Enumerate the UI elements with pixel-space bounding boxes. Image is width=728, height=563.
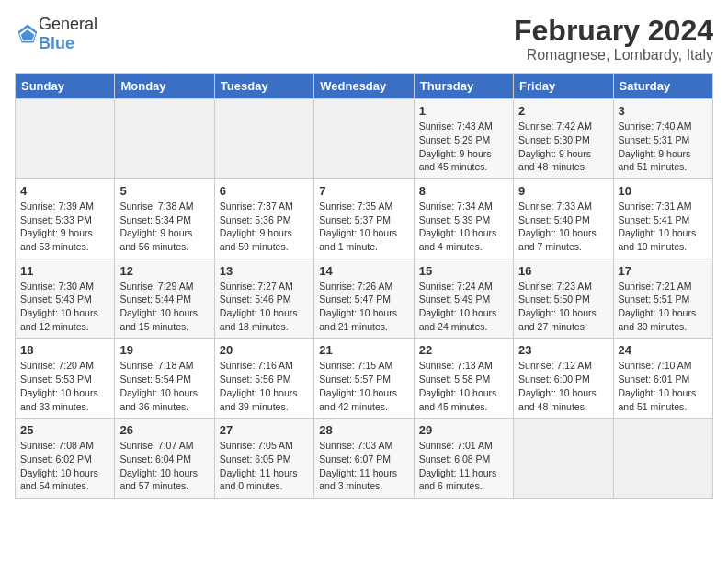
calendar-cell: 9Sunrise: 7:33 AM Sunset: 5:40 PM Daylig… xyxy=(514,178,613,259)
day-number: 23 xyxy=(518,343,608,357)
day-number: 20 xyxy=(220,343,309,357)
page-header: General Blue February 2024 Romagnese, Lo… xyxy=(15,15,713,63)
day-number: 24 xyxy=(619,343,708,357)
day-number: 3 xyxy=(619,104,708,118)
day-info: Sunrise: 7:03 AM Sunset: 6:07 PM Dayligh… xyxy=(319,439,408,493)
day-info: Sunrise: 7:07 AM Sunset: 6:04 PM Dayligh… xyxy=(119,439,209,493)
day-number: 13 xyxy=(220,264,309,278)
day-info: Sunrise: 7:30 AM Sunset: 5:43 PM Dayligh… xyxy=(20,280,109,334)
logo: General Blue xyxy=(15,15,97,53)
day-header-monday: Monday xyxy=(115,74,214,99)
day-info: Sunrise: 7:39 AM Sunset: 5:33 PM Dayligh… xyxy=(20,200,109,254)
day-info: Sunrise: 7:01 AM Sunset: 6:08 PM Dayligh… xyxy=(419,439,508,493)
calendar-cell: 29Sunrise: 7:01 AM Sunset: 6:08 PM Dayli… xyxy=(414,419,513,499)
day-info: Sunrise: 7:21 AM Sunset: 5:51 PM Dayligh… xyxy=(619,280,708,334)
day-number: 27 xyxy=(220,423,309,437)
day-number: 25 xyxy=(20,423,109,437)
day-number: 18 xyxy=(20,343,109,357)
calendar-cell: 13Sunrise: 7:27 AM Sunset: 5:46 PM Dayli… xyxy=(214,259,313,339)
calendar-cell: 11Sunrise: 7:30 AM Sunset: 5:43 PM Dayli… xyxy=(16,259,115,339)
day-number: 21 xyxy=(319,343,408,357)
calendar-title: February 2024 xyxy=(514,15,713,47)
day-info: Sunrise: 7:37 AM Sunset: 5:36 PM Dayligh… xyxy=(220,200,309,254)
day-number: 2 xyxy=(518,104,608,118)
calendar-cell: 7Sunrise: 7:35 AM Sunset: 5:37 PM Daylig… xyxy=(314,178,414,259)
day-info: Sunrise: 7:33 AM Sunset: 5:40 PM Dayligh… xyxy=(518,200,608,254)
day-info: Sunrise: 7:13 AM Sunset: 5:58 PM Dayligh… xyxy=(419,359,508,413)
day-header-tuesday: Tuesday xyxy=(214,74,313,99)
calendar-table: SundayMondayTuesdayWednesdayThursdayFrid… xyxy=(15,73,713,499)
calendar-cell: 10Sunrise: 7:31 AM Sunset: 5:41 PM Dayli… xyxy=(613,178,712,259)
day-info: Sunrise: 7:18 AM Sunset: 5:54 PM Dayligh… xyxy=(119,359,209,413)
calendar-cell: 28Sunrise: 7:03 AM Sunset: 6:07 PM Dayli… xyxy=(314,419,414,499)
calendar-cell: 22Sunrise: 7:13 AM Sunset: 5:58 PM Dayli… xyxy=(414,339,513,419)
day-info: Sunrise: 7:35 AM Sunset: 5:37 PM Dayligh… xyxy=(319,200,408,254)
day-info: Sunrise: 7:08 AM Sunset: 6:02 PM Dayligh… xyxy=(20,439,109,493)
day-number: 14 xyxy=(319,264,408,278)
day-header-friday: Friday xyxy=(514,74,613,99)
day-info: Sunrise: 7:38 AM Sunset: 5:34 PM Dayligh… xyxy=(119,200,209,254)
day-number: 12 xyxy=(119,264,209,278)
day-info: Sunrise: 7:34 AM Sunset: 5:39 PM Dayligh… xyxy=(419,200,508,254)
calendar-cell: 6Sunrise: 7:37 AM Sunset: 5:36 PM Daylig… xyxy=(214,178,313,259)
calendar-cell: 2Sunrise: 7:42 AM Sunset: 5:30 PM Daylig… xyxy=(514,99,613,179)
day-info: Sunrise: 7:10 AM Sunset: 6:01 PM Dayligh… xyxy=(619,359,708,413)
day-info: Sunrise: 7:40 AM Sunset: 5:31 PM Dayligh… xyxy=(619,120,708,174)
calendar-cell: 27Sunrise: 7:05 AM Sunset: 6:05 PM Dayli… xyxy=(214,419,313,499)
day-info: Sunrise: 7:31 AM Sunset: 5:41 PM Dayligh… xyxy=(619,200,708,254)
calendar-cell: 21Sunrise: 7:15 AM Sunset: 5:57 PM Dayli… xyxy=(314,339,414,419)
day-info: Sunrise: 7:20 AM Sunset: 5:53 PM Dayligh… xyxy=(20,359,109,413)
calendar-week-row: 1Sunrise: 7:43 AM Sunset: 5:29 PM Daylig… xyxy=(16,99,713,179)
day-number: 19 xyxy=(119,343,209,357)
calendar-cell: 19Sunrise: 7:18 AM Sunset: 5:54 PM Dayli… xyxy=(115,339,214,419)
day-info: Sunrise: 7:43 AM Sunset: 5:29 PM Dayligh… xyxy=(419,120,508,174)
calendar-cell xyxy=(314,99,414,179)
day-header-saturday: Saturday xyxy=(613,74,712,99)
calendar-cell: 15Sunrise: 7:24 AM Sunset: 5:49 PM Dayli… xyxy=(414,259,513,339)
calendar-cell xyxy=(613,419,712,499)
calendar-header-row: SundayMondayTuesdayWednesdayThursdayFrid… xyxy=(16,74,713,99)
calendar-cell: 1Sunrise: 7:43 AM Sunset: 5:29 PM Daylig… xyxy=(414,99,513,179)
day-number: 6 xyxy=(220,184,309,198)
day-info: Sunrise: 7:42 AM Sunset: 5:30 PM Dayligh… xyxy=(518,120,608,174)
calendar-week-row: 11Sunrise: 7:30 AM Sunset: 5:43 PM Dayli… xyxy=(16,259,713,339)
calendar-cell xyxy=(115,99,214,179)
day-number: 10 xyxy=(619,184,708,198)
day-header-thursday: Thursday xyxy=(414,74,513,99)
day-number: 26 xyxy=(119,423,209,437)
calendar-week-row: 18Sunrise: 7:20 AM Sunset: 5:53 PM Dayli… xyxy=(16,339,713,419)
day-header-wednesday: Wednesday xyxy=(314,74,414,99)
calendar-cell: 14Sunrise: 7:26 AM Sunset: 5:47 PM Dayli… xyxy=(314,259,414,339)
logo-blue: Blue xyxy=(39,34,74,52)
day-info: Sunrise: 7:05 AM Sunset: 6:05 PM Dayligh… xyxy=(220,439,309,493)
day-number: 8 xyxy=(419,184,508,198)
calendar-cell xyxy=(514,419,613,499)
day-number: 17 xyxy=(619,264,708,278)
day-info: Sunrise: 7:15 AM Sunset: 5:57 PM Dayligh… xyxy=(319,359,408,413)
calendar-subtitle: Romagnese, Lombardy, Italy xyxy=(514,47,713,63)
day-info: Sunrise: 7:26 AM Sunset: 5:47 PM Dayligh… xyxy=(319,280,408,334)
calendar-cell: 26Sunrise: 7:07 AM Sunset: 6:04 PM Dayli… xyxy=(115,419,214,499)
calendar-cell: 16Sunrise: 7:23 AM Sunset: 5:50 PM Dayli… xyxy=(514,259,613,339)
day-info: Sunrise: 7:24 AM Sunset: 5:49 PM Dayligh… xyxy=(419,280,508,334)
day-number: 1 xyxy=(419,104,508,118)
calendar-cell xyxy=(16,99,115,179)
logo-icon xyxy=(17,23,39,45)
calendar-cell: 8Sunrise: 7:34 AM Sunset: 5:39 PM Daylig… xyxy=(414,178,513,259)
calendar-cell: 3Sunrise: 7:40 AM Sunset: 5:31 PM Daylig… xyxy=(613,99,712,179)
calendar-cell: 12Sunrise: 7:29 AM Sunset: 5:44 PM Dayli… xyxy=(115,259,214,339)
day-header-sunday: Sunday xyxy=(16,74,115,99)
day-number: 9 xyxy=(518,184,608,198)
calendar-week-row: 25Sunrise: 7:08 AM Sunset: 6:02 PM Dayli… xyxy=(16,419,713,499)
day-number: 28 xyxy=(319,423,408,437)
day-number: 11 xyxy=(20,264,109,278)
day-number: 16 xyxy=(518,264,608,278)
day-number: 22 xyxy=(419,343,508,357)
day-number: 5 xyxy=(119,184,209,198)
day-number: 4 xyxy=(20,184,109,198)
day-number: 15 xyxy=(419,264,508,278)
title-block: February 2024 Romagnese, Lombardy, Italy xyxy=(514,15,713,63)
calendar-cell: 4Sunrise: 7:39 AM Sunset: 5:33 PM Daylig… xyxy=(16,178,115,259)
day-info: Sunrise: 7:23 AM Sunset: 5:50 PM Dayligh… xyxy=(518,280,608,334)
calendar-cell: 24Sunrise: 7:10 AM Sunset: 6:01 PM Dayli… xyxy=(613,339,712,419)
